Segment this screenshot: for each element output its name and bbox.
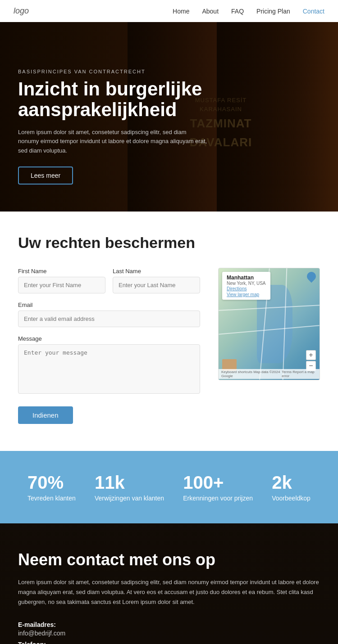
map-view-larger-link[interactable]: View larger map bbox=[227, 292, 266, 297]
stat-number-2: 100+ bbox=[183, 473, 253, 493]
form-section-heading: Uw rechten beschermen bbox=[18, 234, 320, 252]
map-container: Manhattan New York, NY, USA Directions V… bbox=[218, 268, 320, 380]
map-inner: Manhattan New York, NY, USA Directions V… bbox=[219, 268, 320, 380]
form-section: Uw rechten beschermen First Name Last Na… bbox=[0, 212, 338, 451]
hero-content: BASISPRINCIPES VAN CONTRACTRECHT Inzicht… bbox=[0, 69, 225, 185]
stat-number-3: 2k bbox=[272, 473, 311, 493]
last-name-label: Last Name bbox=[113, 268, 200, 275]
stat-item-0: 70% Tevreden klanten bbox=[27, 473, 76, 502]
map-info-box: Manhattan New York, NY, USA Directions V… bbox=[222, 272, 270, 300]
last-name-group: Last Name bbox=[113, 268, 200, 293]
contact-heading: Neem contact met ons op bbox=[18, 550, 320, 569]
last-name-input[interactable] bbox=[113, 277, 200, 293]
name-row: First Name Last Name bbox=[18, 268, 200, 293]
stat-label-3: Voorbeeldkop bbox=[272, 495, 311, 502]
email-group: Email bbox=[18, 302, 200, 327]
hero-title: Inzicht in burgerlijke aansprakelijkheid bbox=[18, 79, 207, 120]
email-label: Email bbox=[18, 302, 200, 308]
message-textarea[interactable] bbox=[18, 344, 200, 394]
contact-email-label: E-mailadres: bbox=[18, 621, 56, 628]
map-zoom-controls: + − bbox=[306, 350, 316, 371]
map-directions-link[interactable]: Directions bbox=[227, 286, 247, 291]
nav-faq[interactable]: FAQ bbox=[231, 8, 244, 15]
submit-button[interactable]: Indienen bbox=[18, 406, 73, 424]
map-zoom-in[interactable]: + bbox=[306, 350, 316, 360]
stat-item-3: 2k Voorbeeldkop bbox=[272, 473, 311, 502]
stat-number-0: 70% bbox=[27, 473, 76, 493]
email-input[interactable] bbox=[18, 311, 200, 327]
first-name-group: First Name bbox=[18, 268, 105, 293]
stats-section: 70% Tevreden klanten 11k Verwijzingen va… bbox=[0, 451, 338, 523]
hero-description: Lorem ipsum dolor sit amet, consetetur s… bbox=[18, 128, 207, 156]
navbar: logo Home About FAQ Pricing Plan Contact bbox=[0, 0, 338, 22]
stat-item-1: 11k Verwijzingen van klanten bbox=[95, 473, 164, 502]
contact-description: Lorem ipsum dolor sit amet, consetetur s… bbox=[18, 577, 320, 607]
message-group: Message bbox=[18, 335, 200, 396]
nav-home[interactable]: Home bbox=[173, 8, 189, 15]
hero-subtitle: BASISPRINCIPES VAN CONTRACTRECHT bbox=[18, 69, 207, 74]
form-col: First Name Last Name Email Message Indie… bbox=[18, 268, 200, 424]
contact-phone-label: Telefoon: bbox=[18, 641, 46, 644]
contact-content: Neem contact met ons op Lorem ipsum dolo… bbox=[18, 550, 320, 644]
hero-cta-button[interactable]: Lees meer bbox=[18, 167, 73, 185]
map-footer: Keyboard shortcuts Map data ©2024 Google… bbox=[219, 369, 320, 379]
logo: logo bbox=[14, 6, 29, 16]
map-footer-left: Keyboard shortcuts Map data ©2024 Google bbox=[221, 370, 282, 378]
map-footer-right: Terms Report a map error bbox=[282, 370, 317, 378]
contact-phone-group: Telefoon: +123-456-7890 bbox=[18, 640, 320, 644]
first-name-input[interactable] bbox=[18, 277, 105, 293]
contact-email-value: info@bedrijf.com bbox=[18, 630, 320, 637]
contact-email-group: E-mailadres: info@bedrijf.com bbox=[18, 621, 320, 637]
stat-label-0: Tevreden klanten bbox=[27, 495, 76, 502]
nav-contact[interactable]: Contact bbox=[303, 8, 324, 15]
nav-about[interactable]: About bbox=[202, 8, 219, 15]
map-place-name: Manhattan bbox=[227, 275, 266, 281]
map-col: Manhattan New York, NY, USA Directions V… bbox=[218, 268, 320, 380]
contact-form-row: First Name Last Name Email Message Indie… bbox=[18, 268, 320, 424]
nav-pricing[interactable]: Pricing Plan bbox=[256, 8, 290, 15]
hero-section: MUSTAFA RESİT KARAHASAIN TAZMINAT DAVALA… bbox=[0, 0, 338, 212]
stat-label-2: Erkenningen voor prijzen bbox=[183, 495, 253, 502]
stat-item-2: 100+ Erkenningen voor prijzen bbox=[183, 473, 253, 502]
contact-section: Neem contact met ons op Lorem ipsum dolo… bbox=[0, 523, 338, 644]
first-name-label: First Name bbox=[18, 268, 105, 275]
stat-label-1: Verwijzingen van klanten bbox=[95, 495, 164, 502]
map-pin bbox=[305, 270, 318, 283]
stat-number-1: 11k bbox=[95, 473, 164, 493]
map-place-sub: New York, NY, USA bbox=[227, 281, 266, 286]
message-label: Message bbox=[18, 335, 200, 342]
nav-links: Home About FAQ Pricing Plan Contact bbox=[173, 8, 324, 15]
